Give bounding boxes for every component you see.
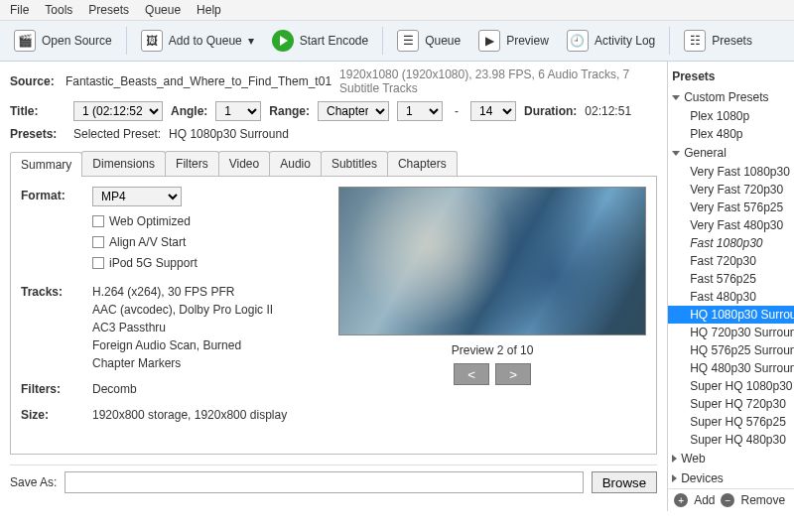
queue-label: Queue	[425, 34, 461, 48]
open-source-label: Open Source	[42, 34, 112, 48]
open-source-button[interactable]: 🎬 Open Source	[8, 26, 118, 56]
add-preset-button[interactable]: Add	[694, 493, 715, 507]
preset-item[interactable]: Super HQ 480p30	[668, 431, 794, 449]
title-row: Title: 1 (02:12:52) Angle: 1 Range: Chap…	[10, 101, 657, 121]
main-panel: Source: Fantastic_Beasts_and_Where_to_Fi…	[0, 62, 667, 511]
size-label: Size:	[21, 406, 92, 424]
activity-log-label: Activity Log	[595, 34, 655, 48]
add-to-queue-button[interactable]: 🖼 Add to Queue ▾	[135, 26, 260, 56]
separator	[669, 27, 670, 55]
preset-item[interactable]: Super HQ 720p30	[668, 395, 794, 413]
selected-preset-value: HQ 1080p30 Surround	[169, 127, 289, 141]
add-icon: +	[674, 493, 688, 507]
remove-preset-button[interactable]: Remove	[740, 493, 785, 507]
preset-item[interactable]: Fast 576p25	[668, 270, 794, 288]
preset-group-general[interactable]: General	[668, 143, 794, 163]
selected-preset-text: Selected Preset:	[73, 127, 161, 141]
presets-sidebar-title: Presets	[668, 66, 794, 87]
tab-summary[interactable]: Summary	[10, 152, 82, 177]
start-encode-label: Start Encode	[300, 34, 368, 48]
tab-dimensions[interactable]: Dimensions	[81, 151, 166, 176]
preset-item[interactable]: Very Fast 480p30	[668, 216, 794, 234]
preset-group-custom-presets[interactable]: Custom Presets	[668, 87, 794, 107]
web-optimized-checkbox[interactable]: Web Optimized	[92, 212, 319, 230]
film-icon: ▶	[478, 30, 500, 52]
preset-item[interactable]: Very Fast 720p30	[668, 181, 794, 199]
preset-item[interactable]: Very Fast 1080p30	[668, 163, 794, 181]
tabs: Summary Dimensions Filters Video Audio S…	[10, 151, 657, 177]
toolbar: 🎬 Open Source 🖼 Add to Queue ▾ Start Enc…	[0, 21, 794, 62]
range-type-select[interactable]: Chapters	[318, 101, 389, 121]
menubar: File Tools Presets Queue Help	[0, 0, 794, 21]
preset-item[interactable]: Super HQ 1080p30	[668, 377, 794, 395]
browse-button[interactable]: Browse	[592, 471, 657, 493]
title-select[interactable]: 1 (02:12:52)	[73, 101, 163, 121]
tracks-label: Tracks:	[21, 283, 92, 372]
align-av-checkbox[interactable]: Align A/V Start	[92, 233, 319, 251]
checkbox-icon	[92, 257, 104, 269]
duration-label: Duration:	[524, 104, 577, 118]
range-to-select[interactable]: 14	[470, 101, 516, 121]
menu-queue[interactable]: Queue	[145, 3, 181, 17]
filters-value: Decomb	[92, 380, 319, 398]
menu-file[interactable]: File	[10, 3, 29, 17]
preset-item[interactable]: Plex 1080p	[668, 107, 794, 125]
presets-toolbar-button[interactable]: ☷ Presets	[678, 26, 758, 56]
queue-button[interactable]: ☰ Queue	[391, 26, 466, 56]
format-select[interactable]: MP4	[92, 187, 182, 206]
preset-group-devices[interactable]: Devices	[668, 468, 794, 488]
angle-label: Angle:	[171, 104, 207, 118]
preset-item[interactable]: Fast 1080p30	[668, 234, 794, 252]
preset-group-web[interactable]: Web	[668, 449, 794, 468]
remove-icon: −	[721, 493, 734, 507]
align-av-label: Align A/V Start	[109, 233, 186, 251]
track-line: Chapter Markers	[92, 354, 319, 372]
range-from-select[interactable]: 1	[397, 101, 443, 121]
preset-item[interactable]: Plex 480p	[668, 125, 794, 143]
add-to-queue-label: Add to Queue	[169, 34, 242, 48]
track-line: AAC (avcodec), Dolby Pro Logic II AC3 Pa…	[92, 301, 319, 336]
tab-filters[interactable]: Filters	[165, 151, 219, 176]
tab-chapters[interactable]: Chapters	[387, 151, 458, 176]
preview-button[interactable]: ▶ Preview	[472, 26, 555, 56]
angle-select[interactable]: 1	[215, 101, 261, 121]
title-label: Title:	[10, 104, 66, 118]
checkbox-icon	[92, 236, 104, 248]
start-encode-button[interactable]: Start Encode	[266, 26, 374, 56]
presets-toolbar-label: Presets	[712, 34, 752, 48]
preview-next-button[interactable]: >	[495, 363, 531, 385]
preset-item[interactable]: Very Fast 576p25	[668, 199, 794, 216]
menu-presets[interactable]: Presets	[88, 3, 129, 17]
menu-help[interactable]: Help	[197, 3, 221, 17]
web-optimized-label: Web Optimized	[109, 212, 191, 230]
clapperboard-icon: 🎬	[14, 30, 36, 52]
caret-right-icon	[672, 455, 677, 463]
summary-panel: Format: MP4 Web Optimized Align A/V Star…	[10, 177, 657, 455]
preset-item[interactable]: HQ 576p25 Surround	[668, 341, 794, 359]
image-plus-icon: 🖼	[141, 30, 163, 52]
tab-audio[interactable]: Audio	[269, 151, 322, 176]
activity-log-button[interactable]: 🕘 Activity Log	[561, 26, 661, 56]
tab-subtitles[interactable]: Subtitles	[321, 151, 388, 176]
preset-item[interactable]: Fast 480p30	[668, 288, 794, 306]
size-value: 1920x800 storage, 1920x800 display	[92, 406, 319, 424]
tracks-list: H.264 (x264), 30 FPS PFR AAC (avcodec), …	[92, 283, 319, 372]
ipod-5g-checkbox[interactable]: iPod 5G Support	[92, 254, 319, 272]
separator	[382, 27, 383, 55]
preset-item[interactable]: HQ 1080p30 Surround	[668, 306, 794, 324]
stack-icon: ☰	[397, 30, 419, 52]
preset-item[interactable]: HQ 720p30 Surround	[668, 324, 794, 341]
source-meta: 1920x1080 (1920x1080), 23.98 FPS, 6 Audi…	[339, 67, 657, 95]
tab-video[interactable]: Video	[218, 151, 270, 176]
save-as-input[interactable]	[65, 471, 583, 493]
preview-caption: Preview 2 of 10	[452, 343, 534, 357]
preview-prev-button[interactable]: <	[454, 363, 489, 385]
preview-label: Preview	[506, 34, 549, 48]
preset-item[interactable]: Super HQ 576p25	[668, 413, 794, 431]
presets-sidebar: Presets Custom PresetsPlex 1080pPlex 480…	[667, 62, 794, 511]
menu-tools[interactable]: Tools	[45, 3, 72, 17]
presets-row: Presets: Selected Preset: HQ 1080p30 Sur…	[10, 127, 657, 141]
play-icon	[272, 30, 294, 52]
preset-item[interactable]: Fast 720p30	[668, 252, 794, 270]
preset-item[interactable]: HQ 480p30 Surround	[668, 359, 794, 377]
